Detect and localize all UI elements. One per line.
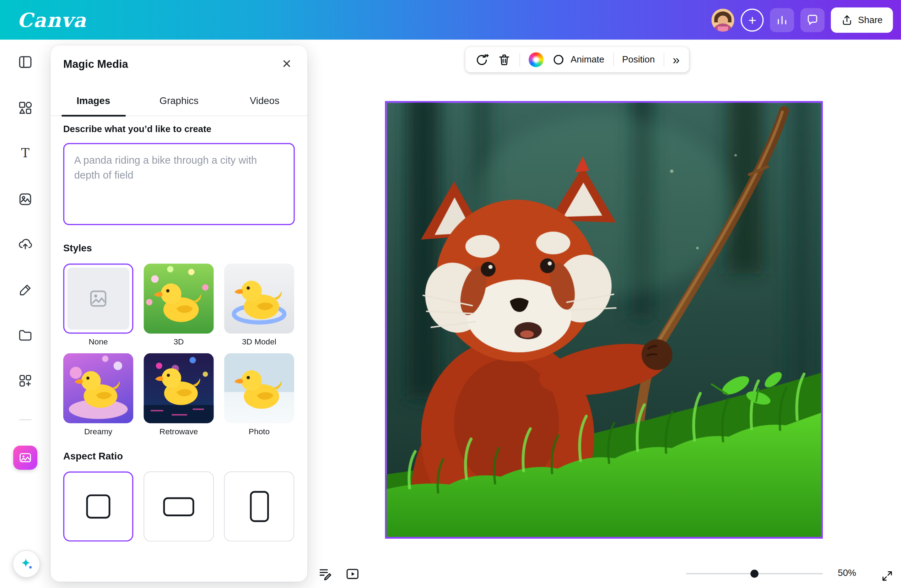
avatar-image xyxy=(712,8,735,31)
canva-editor: Canva + xyxy=(0,0,901,588)
style-card-dreamy[interactable] xyxy=(63,353,133,423)
draw-icon xyxy=(18,282,32,297)
uploads-icon xyxy=(18,236,33,251)
sparkle-icon xyxy=(19,556,34,571)
magic-media-icon xyxy=(19,451,32,465)
chevron-double-icon: » xyxy=(673,53,680,66)
style-option-3d-model: 3D Model xyxy=(224,263,294,348)
sidebar-divider xyxy=(19,419,32,420)
brand-icon xyxy=(18,192,33,207)
notes-button[interactable] xyxy=(315,565,334,583)
panel-title: Magic Media xyxy=(63,58,128,71)
color-wheel-icon xyxy=(528,52,544,67)
present-button[interactable] xyxy=(343,565,362,583)
sidebar-item-projects[interactable] xyxy=(13,323,38,348)
comments-button[interactable] xyxy=(800,8,825,32)
toolbar-divider xyxy=(663,53,664,67)
animate-label: Animate xyxy=(571,55,604,65)
sidebar-item-draw[interactable] xyxy=(13,277,38,302)
position-button[interactable]: Position xyxy=(622,55,655,65)
selected-image[interactable] xyxy=(385,101,823,539)
regenerate-icon xyxy=(475,53,489,67)
share-icon xyxy=(841,14,853,26)
avatar[interactable] xyxy=(712,8,735,31)
style-label: 3D Model xyxy=(224,337,294,348)
text-icon: T xyxy=(18,146,33,161)
svg-text:T: T xyxy=(21,146,30,160)
style-option-photo: Photo xyxy=(224,353,294,438)
fullscreen-button[interactable] xyxy=(878,567,896,585)
present-icon xyxy=(345,566,359,580)
style-thumbnail-photo xyxy=(224,353,294,423)
style-label: Retrowave xyxy=(143,427,214,438)
portrait-ratio-icon xyxy=(250,491,268,522)
sidebar-item-magic-media[interactable] xyxy=(13,446,37,470)
sidebar-item-brand[interactable] xyxy=(13,187,38,212)
animate-button[interactable]: Animate xyxy=(552,53,604,67)
toolbar-divider xyxy=(519,53,520,67)
fullscreen-icon xyxy=(881,569,893,582)
canva-logo[interactable]: Canva xyxy=(17,8,87,31)
aspect-card-portrait[interactable] xyxy=(224,471,294,541)
animate-icon xyxy=(552,53,566,67)
regenerate-button[interactable] xyxy=(475,53,489,67)
share-button[interactable]: Share xyxy=(831,7,893,32)
canva-assistant-button[interactable] xyxy=(13,550,41,578)
style-thumbnail-retrowave xyxy=(143,353,214,423)
zoom-percentage[interactable]: 50% xyxy=(838,568,865,579)
comment-icon xyxy=(806,14,819,26)
aspect-ratio-label: Aspect Ratio xyxy=(63,451,123,462)
tab-videos[interactable]: Videos xyxy=(222,87,307,115)
toolbar-divider xyxy=(613,53,614,67)
sidebar-item-elements[interactable] xyxy=(13,95,38,120)
insights-button[interactable] xyxy=(770,8,794,32)
object-toolbar: Animate Position » xyxy=(465,47,689,72)
styles-grid: None 3D xyxy=(63,263,294,438)
color-button[interactable] xyxy=(528,52,544,67)
close-button[interactable]: × xyxy=(275,52,298,75)
magic-media-panel: Magic Media × Images Graphics Videos Des… xyxy=(50,45,307,582)
sidebar-item-uploads[interactable] xyxy=(13,231,38,256)
style-thumbnail-3d-model xyxy=(224,263,294,333)
share-label: Share xyxy=(858,14,882,25)
top-bar: Canva + xyxy=(0,0,901,40)
trash-icon xyxy=(498,53,511,66)
tab-graphics[interactable]: Graphics xyxy=(136,87,222,115)
style-thumbnail-3d xyxy=(143,263,214,333)
square-ratio-icon xyxy=(86,494,111,518)
red-panda-artwork xyxy=(387,103,821,537)
delete-button[interactable] xyxy=(498,53,511,66)
style-card-none[interactable] xyxy=(63,263,133,333)
add-member-button[interactable]: + xyxy=(741,8,764,31)
style-label: Dreamy xyxy=(63,427,133,438)
style-card-retrowave[interactable] xyxy=(143,353,214,423)
prompt-label: Describe what you’d like to create xyxy=(63,124,211,134)
sidebar-item-text[interactable]: T xyxy=(13,141,38,166)
plus-icon: + xyxy=(748,13,756,26)
style-label: 3D xyxy=(143,337,214,348)
notes-icon xyxy=(318,566,332,580)
style-card-3d[interactable] xyxy=(143,263,214,333)
aspect-card-square[interactable] xyxy=(63,471,133,541)
prompt-input[interactable] xyxy=(63,143,295,225)
elements-icon xyxy=(18,101,33,115)
sidebar: T xyxy=(0,40,50,588)
zoom-slider-handle[interactable] xyxy=(750,569,759,578)
style-card-photo[interactable] xyxy=(224,353,294,423)
image-placeholder-icon xyxy=(88,288,108,309)
close-icon: × xyxy=(282,55,292,72)
more-tools-button[interactable]: » xyxy=(673,53,680,66)
landscape-ratio-icon xyxy=(163,497,194,516)
apps-icon xyxy=(18,373,33,388)
aspect-card-landscape[interactable] xyxy=(143,471,214,541)
sidebar-item-design[interactable] xyxy=(13,49,38,75)
style-option-retrowave: Retrowave xyxy=(143,353,214,438)
bar-chart-icon xyxy=(776,14,789,26)
style-label: Photo xyxy=(224,427,294,438)
style-card-3d-model[interactable] xyxy=(224,263,294,333)
tab-images[interactable]: Images xyxy=(50,87,136,115)
style-label: None xyxy=(63,337,133,348)
panel-tabs: Images Graphics Videos xyxy=(50,87,307,116)
design-icon xyxy=(18,55,33,70)
sidebar-item-apps[interactable] xyxy=(13,368,38,394)
